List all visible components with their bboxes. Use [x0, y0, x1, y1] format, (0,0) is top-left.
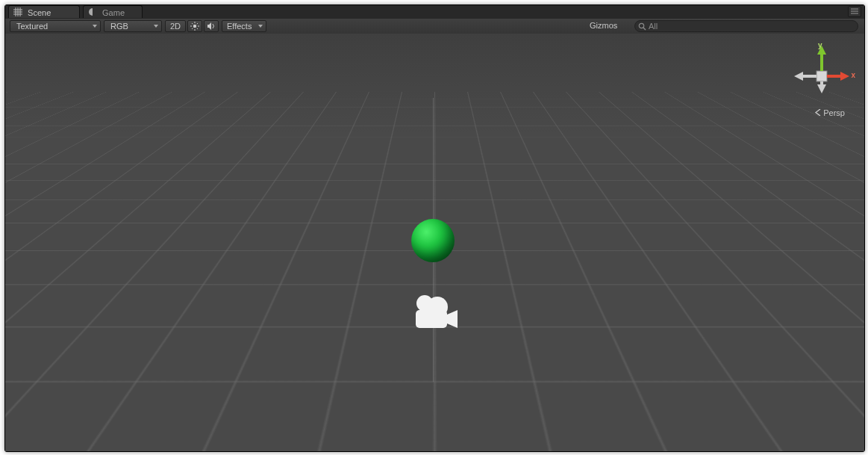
- audio-toggle[interactable]: [204, 20, 219, 32]
- gizmos-dropdown[interactable]: Gizmos: [585, 20, 628, 32]
- effects-label: Effects: [227, 22, 252, 31]
- svg-rect-22: [416, 310, 447, 328]
- search-icon: [638, 22, 646, 33]
- render-mode-dropdown[interactable]: RGB: [104, 20, 162, 32]
- tab-scene[interactable]: Scene: [8, 5, 80, 18]
- svg-line-17: [197, 23, 198, 24]
- svg-line-16: [192, 28, 193, 29]
- lighting-toggle[interactable]: [187, 20, 202, 32]
- 2d-toggle[interactable]: 2D: [165, 20, 186, 32]
- camera-gizmo-icon[interactable]: [408, 294, 456, 329]
- shading-mode-label: Textured: [16, 22, 48, 31]
- render-mode-label: RGB: [110, 22, 128, 31]
- svg-line-14: [192, 23, 193, 24]
- svg-rect-23: [817, 71, 827, 81]
- chevron-down-icon: [258, 25, 263, 28]
- shading-mode-dropdown[interactable]: Textured: [10, 20, 101, 32]
- chevron-left-icon: [815, 108, 821, 117]
- chevron-down-icon: [93, 25, 97, 28]
- axis-z-icon: [794, 72, 817, 81]
- grid-plane: [5, 34, 864, 92]
- svg-marker-29: [794, 72, 803, 81]
- effects-dropdown[interactable]: Effects: [222, 20, 266, 32]
- svg-line-19: [643, 28, 646, 30]
- projection-label-text: Persp: [823, 108, 845, 117]
- axis-y-label: y: [818, 41, 822, 49]
- axis-x-icon: [827, 72, 849, 81]
- speaker-icon: [207, 23, 216, 32]
- gizmos-label: Gizmos: [590, 21, 617, 30]
- search-placeholder: All: [649, 22, 658, 31]
- svg-line-15: [197, 28, 198, 29]
- tab-game[interactable]: Game: [83, 5, 143, 18]
- sun-icon: [190, 23, 199, 32]
- scene-viewport[interactable]: y x Persp: [5, 34, 864, 451]
- axis-y-icon: [817, 46, 826, 71]
- projection-label[interactable]: Persp: [815, 108, 845, 117]
- tab-options-button[interactable]: [848, 6, 861, 17]
- editor-window: Scene Game Textured RGB 2D: [4, 4, 865, 452]
- svg-marker-27: [840, 72, 849, 81]
- chevron-down-icon: [154, 25, 158, 28]
- tab-scene-label: Scene: [28, 8, 51, 17]
- scene-toolbar: Textured RGB 2D Effects Gizmos: [5, 19, 864, 34]
- tab-game-label: Game: [102, 8, 125, 17]
- axis-down-icon: [817, 81, 826, 93]
- tab-strip: Scene Game: [5, 5, 864, 19]
- axis-x-label: x: [851, 71, 855, 79]
- scene-grid-icon: [13, 7, 22, 19]
- pacman-icon: [88, 7, 97, 19]
- orientation-gizmo[interactable]: y x: [791, 43, 851, 102]
- search-input[interactable]: All: [634, 20, 858, 32]
- svg-point-9: [193, 25, 196, 28]
- 2d-toggle-label: 2D: [170, 22, 181, 31]
- sphere-gameobject[interactable]: [411, 219, 455, 262]
- svg-point-18: [639, 23, 643, 28]
